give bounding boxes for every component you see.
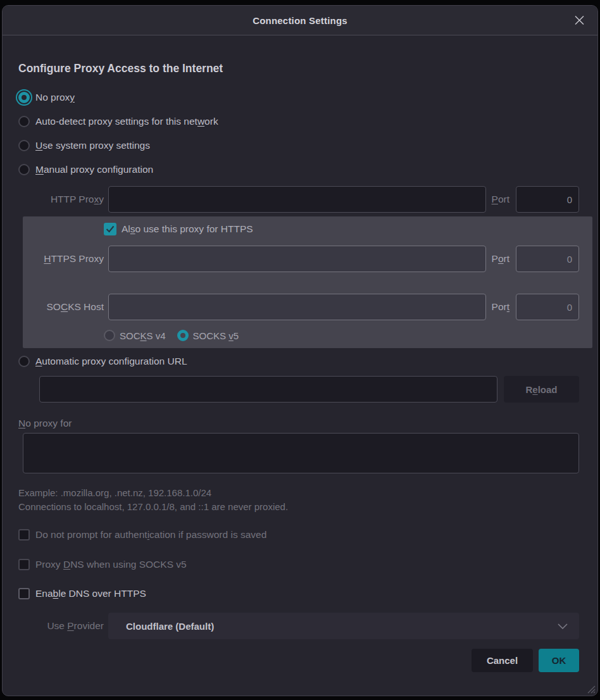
radio-manual-proxy-label: Manual proxy configuration (35, 164, 153, 175)
radio-icon (18, 164, 30, 175)
cancel-button[interactable]: Cancel (472, 649, 533, 672)
checkbox-checked-icon (104, 223, 116, 235)
share-proxy-checkbox-label: Also use this proxy for HTTPS (122, 223, 253, 235)
socks-host-row: SOCKS Host Port (23, 294, 579, 320)
radio-icon (18, 116, 30, 127)
http-proxy-input[interactable] (108, 186, 486, 213)
dialog-titlebar: Connection Settings (3, 6, 597, 35)
share-proxy-checkbox-row[interactable]: Also use this proxy for HTTPS (23, 222, 579, 237)
ok-button[interactable]: OK (539, 649, 579, 672)
radio-auto-detect-label: Auto-detect proxy settings for this netw… (35, 116, 218, 127)
checkbox-unchecked-icon (18, 559, 30, 570)
no-prompt-auth-checkbox-row[interactable]: Do not prompt for authentication if pass… (18, 527, 579, 542)
connection-settings-dialog: Connection Settings Configure Proxy Acce… (2, 5, 598, 696)
no-proxy-example-text: Example: .mozilla.org, .net.nz, 192.168.… (18, 487, 579, 498)
radio-use-system-label: Use system proxy settings (35, 140, 150, 151)
radio-use-system[interactable]: Use system proxy settings (18, 134, 579, 158)
socks-v4-label: SOCKS v4 (120, 330, 166, 341)
use-provider-label: Use Provider (18, 620, 104, 632)
radio-icon (18, 356, 30, 367)
dialog-title: Connection Settings (253, 15, 347, 26)
https-socks-section: Also use this proxy for HTTPS HTTPS Prox… (23, 216, 592, 348)
chevron-down-icon (558, 623, 568, 629)
autoproxy-url-input[interactable] (39, 376, 497, 403)
no-proxy-for-label: No proxy for (18, 418, 579, 429)
radio-socks-v5[interactable] (177, 330, 189, 341)
https-port-input[interactable] (516, 246, 579, 272)
radio-autoproxy-url[interactable]: Automatic proxy configuration URL (18, 352, 579, 371)
radio-autoproxy-url-label: Automatic proxy configuration URL (35, 356, 187, 367)
page-title: Configure Proxy Access to the Internet (18, 62, 579, 75)
provider-dropdown-value: Cloudflare (Default) (126, 621, 558, 632)
dialog-content: Configure Proxy Access to the Internet N… (3, 62, 597, 672)
radio-manual-proxy[interactable]: Manual proxy configuration (18, 158, 579, 182)
checkbox-unchecked-icon (18, 529, 30, 541)
socks-v5-label: SOCKS v5 (193, 330, 239, 341)
provider-dropdown[interactable]: Cloudflare (Default) (108, 613, 579, 639)
https-port-label: Port (492, 253, 509, 265)
radio-selected-icon (18, 92, 30, 103)
no-proxy-for-textarea[interactable] (23, 433, 579, 473)
radio-socks-v4[interactable] (104, 330, 115, 341)
http-port-label: Port (492, 194, 509, 205)
dialog-footer: Cancel OK (18, 649, 579, 672)
localhost-note-text: Connections to localhost, 127.0.0.1/8, a… (18, 501, 579, 512)
close-icon[interactable] (572, 13, 587, 28)
http-proxy-row: HTTP Proxy Port (18, 186, 579, 213)
radio-icon (18, 140, 30, 151)
enable-doh-checkbox-row[interactable]: Enable DNS over HTTPS (18, 586, 579, 601)
https-proxy-row: HTTPS Proxy Port (23, 246, 579, 272)
socks-version-group: SOCKS v4 SOCKS v5 (23, 328, 579, 343)
autoproxy-url-row: Reload (18, 376, 579, 403)
radio-no-proxy[interactable]: No proxy (18, 85, 579, 109)
proxy-mode-group: No proxy Auto-detect proxy settings for … (18, 85, 579, 182)
doh-provider-row: Use Provider Cloudflare (Default) (18, 613, 579, 639)
radio-auto-detect[interactable]: Auto-detect proxy settings for this netw… (18, 109, 579, 134)
checkbox-unchecked-icon (18, 588, 30, 599)
radio-no-proxy-label: No proxy (35, 92, 75, 103)
socks-host-label: SOCKS Host (23, 301, 104, 313)
socks-port-input[interactable] (516, 294, 579, 320)
https-proxy-input[interactable] (108, 246, 486, 272)
proxy-dns-socks5-checkbox-row[interactable]: Proxy DNS when using SOCKS v5 (18, 557, 579, 572)
socks-port-label: Port (492, 301, 509, 313)
socks-host-input[interactable] (108, 294, 486, 320)
resize-grip[interactable] (585, 684, 596, 694)
enable-doh-label: Enable DNS over HTTPS (35, 588, 146, 599)
reload-button[interactable]: Reload (504, 376, 579, 403)
http-port-input[interactable] (516, 186, 579, 213)
no-prompt-auth-label: Do not prompt for authentication if pass… (35, 529, 266, 541)
proxy-dns-socks5-label: Proxy DNS when using SOCKS v5 (35, 559, 187, 570)
http-proxy-label: HTTP Proxy (18, 194, 104, 205)
https-proxy-label: HTTPS Proxy (23, 253, 104, 265)
